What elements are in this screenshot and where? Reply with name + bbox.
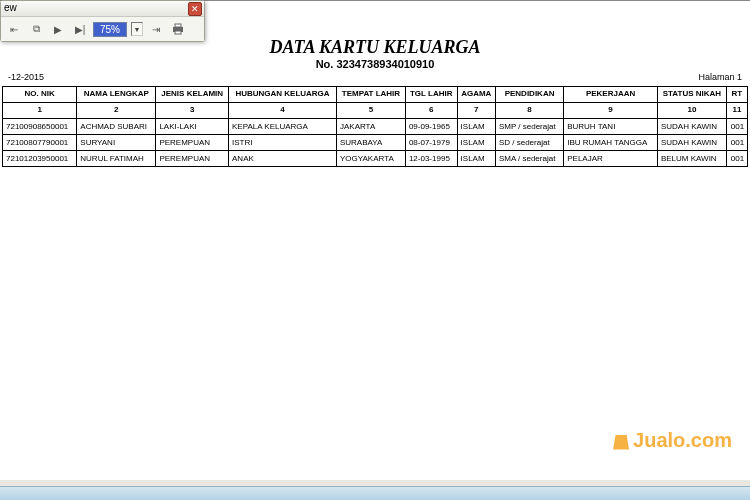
table-row: 72101203950001NURUL FATIMAHPEREMPUANANAK… — [3, 150, 748, 166]
cell-agama: ISLAM — [457, 134, 495, 150]
table-number-row: 1 2 3 4 5 6 7 8 9 10 11 — [3, 102, 748, 118]
watermark: Jualo.com — [613, 429, 732, 452]
status-bar — [0, 486, 750, 500]
cell-pekerjaan: BURUH TANI — [564, 118, 658, 134]
cell-pekerjaan: IBU RUMAH TANGGA — [564, 134, 658, 150]
cell-nik: 72101203950001 — [3, 150, 77, 166]
zoom-level[interactable]: 75% — [93, 22, 127, 37]
cell-rt: 001 — [726, 118, 747, 134]
exit-icon[interactable]: ⇥ — [147, 20, 165, 38]
cell-nama: SURYANI — [77, 134, 156, 150]
cell-status: SUDAH KAWIN — [657, 118, 726, 134]
cell-nik: 72100908650001 — [3, 118, 77, 134]
cell-tgllahir: 09-09-1965 — [405, 118, 457, 134]
col-tmplahir: TEMPAT LAHIR — [336, 87, 405, 103]
print-icon[interactable] — [169, 20, 187, 38]
cell-tmplahir: JAKARTA — [336, 118, 405, 134]
table-row: 72100908650001ACHMAD SUBARILAKI-LAKIKEPA… — [3, 118, 748, 134]
svg-rect-2 — [175, 31, 181, 34]
cell-nama: NURUL FATIMAH — [77, 150, 156, 166]
preview-toolbar-window[interactable]: ew ✕ ⇤ ⧉ ▶ ▶| 75% ▼ ⇥ — [0, 0, 205, 42]
zoom-dropdown-icon[interactable]: ▼ — [131, 22, 143, 36]
cell-nik: 72100807790001 — [3, 134, 77, 150]
col-rt: RT — [726, 87, 747, 103]
cell-hubungan: ANAK — [229, 150, 337, 166]
cell-status: BELUM KAWIN — [657, 150, 726, 166]
col-kelamin: JENIS KELAMIN — [156, 87, 229, 103]
col-agama: AGAMA — [457, 87, 495, 103]
col-nama: NAMA LENGKAP — [77, 87, 156, 103]
cell-tmplahir: SURABAYA — [336, 134, 405, 150]
kk-table: NO. NIK NAMA LENGKAP JENIS KELAMIN HUBUN… — [2, 86, 748, 167]
first-page-icon[interactable]: ⇤ — [5, 20, 23, 38]
bag-icon — [613, 432, 629, 450]
page-number: Halaman 1 — [698, 72, 742, 82]
report-subtitle: No. 3234738934010910 — [0, 58, 750, 70]
table-row: 72100807790001SURYANIPEREMPUANISTRISURAB… — [3, 134, 748, 150]
col-tgllahir: TGL LAHIR — [405, 87, 457, 103]
cell-rt: 001 — [726, 150, 747, 166]
cell-agama: ISLAM — [457, 150, 495, 166]
cell-tgllahir: 08-07-1979 — [405, 134, 457, 150]
col-pekerjaan: PEKERJAAN — [564, 87, 658, 103]
report-meta: -12-2015 Halaman 1 — [0, 72, 750, 82]
col-pendidikan: PENDIDIKAN — [495, 87, 563, 103]
next-page-icon[interactable]: ▶ — [49, 20, 67, 38]
cell-pekerjaan: PELAJAR — [564, 150, 658, 166]
svg-rect-1 — [175, 24, 181, 27]
cell-nama: ACHMAD SUBARI — [77, 118, 156, 134]
cell-hubungan: ISTRI — [229, 134, 337, 150]
cell-pendidikan: SMA / sederajat — [495, 150, 563, 166]
toolbar-titlebar[interactable]: ew ✕ — [1, 1, 204, 17]
report-page: DATA KARTU KELUARGA No. 3234738934010910… — [0, 0, 750, 480]
toolbar-body: ⇤ ⧉ ▶ ▶| 75% ▼ ⇥ — [1, 17, 204, 41]
last-page-icon[interactable]: ▶| — [71, 20, 89, 38]
table-header-row: NO. NIK NAMA LENGKAP JENIS KELAMIN HUBUN… — [3, 87, 748, 103]
col-status: STATUS NIKAH — [657, 87, 726, 103]
cell-tgllahir: 12-03-1995 — [405, 150, 457, 166]
cell-status: SUDAH KAWIN — [657, 134, 726, 150]
cell-pendidikan: SD / sederajat — [495, 134, 563, 150]
cell-kelamin: LAKI-LAKI — [156, 118, 229, 134]
cell-kelamin: PEREMPUAN — [156, 150, 229, 166]
cell-tmplahir: YOGYAKARTA — [336, 150, 405, 166]
col-hubungan: HUBUNGAN KELUARGA — [229, 87, 337, 103]
col-nik: NO. NIK — [3, 87, 77, 103]
copy-pages-icon[interactable]: ⧉ — [27, 20, 45, 38]
print-date: -12-2015 — [8, 72, 44, 82]
cell-kelamin: PEREMPUAN — [156, 134, 229, 150]
cell-pendidikan: SMP / sederajat — [495, 118, 563, 134]
close-icon[interactable]: ✕ — [188, 2, 202, 16]
cell-agama: ISLAM — [457, 118, 495, 134]
cell-hubungan: KEPALA KELUARGA — [229, 118, 337, 134]
cell-rt: 001 — [726, 134, 747, 150]
